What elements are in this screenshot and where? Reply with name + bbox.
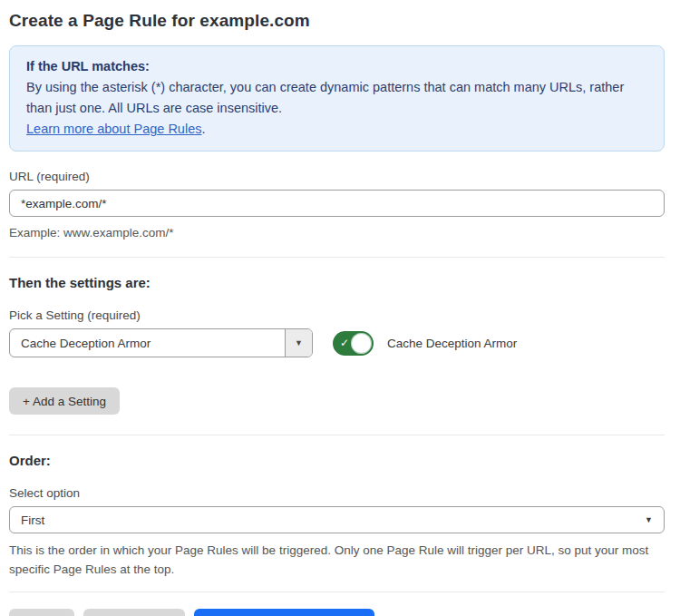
chevron-down-icon[interactable]: ▼ — [285, 329, 312, 357]
info-box-heading: If the URL matches: — [26, 56, 647, 77]
toggle-label: Cache Deception Armor — [387, 337, 517, 350]
page-title: Create a Page Rule for example.com — [9, 11, 665, 31]
cancel-button[interactable]: Cancel — [9, 609, 74, 616]
setting-select[interactable]: Cache Deception Armor ▼ — [9, 328, 313, 357]
divider — [9, 592, 665, 592]
pick-setting-label: Pick a Setting (required) — [9, 308, 665, 322]
order-section-heading: Order: — [9, 453, 665, 468]
order-select[interactable]: First ▼ — [9, 506, 665, 533]
check-icon: ✓ — [340, 337, 349, 349]
url-example-helper: Example: www.example.com/* — [9, 224, 665, 242]
info-box-link-line: Learn more about Page Rules. — [26, 119, 647, 140]
footer-actions: Cancel Save as Draft Save and Deploy Pag… — [9, 609, 665, 616]
url-match-info-box: If the URL matches: By using the asteris… — [9, 45, 665, 152]
order-select-label: Select option — [9, 486, 665, 500]
link-suffix: . — [201, 122, 205, 136]
order-select-value: First — [21, 513, 645, 527]
divider — [9, 257, 665, 258]
setting-row: Cache Deception Armor ▼ ✓ Cache Deceptio… — [9, 328, 665, 357]
order-helper-text: This is the order in which your Page Rul… — [9, 541, 665, 579]
save-draft-button[interactable]: Save as Draft — [83, 609, 185, 616]
url-field-label: URL (required) — [9, 170, 665, 183]
save-deploy-button[interactable]: Save and Deploy Page Rule — [194, 609, 375, 616]
info-box-body: By using the asterisk (*) character, you… — [26, 77, 647, 119]
learn-more-link[interactable]: Learn more about Page Rules — [26, 122, 201, 136]
settings-section-heading: Then the settings are: — [9, 275, 665, 290]
setting-select-value: Cache Deception Armor — [10, 329, 285, 357]
chevron-down-icon: ▼ — [645, 515, 653, 524]
url-input[interactable] — [9, 190, 665, 217]
add-setting-button[interactable]: + Add a Setting — [9, 387, 120, 415]
divider — [9, 435, 665, 435]
create-page-rule-form: Create a Page Rule for example.com If th… — [0, 0, 680, 616]
toggle-knob — [351, 333, 372, 354]
setting-toggle[interactable]: ✓ — [333, 331, 374, 356]
